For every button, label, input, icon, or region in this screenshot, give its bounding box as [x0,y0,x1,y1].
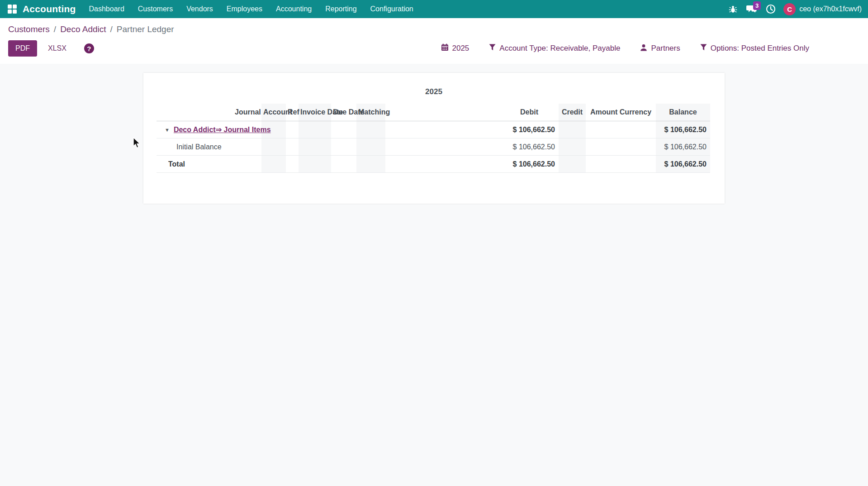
menu-configuration[interactable]: Configuration [364,0,420,18]
pdf-button[interactable]: PDF [8,40,37,57]
col-credit: Credit [559,104,586,121]
menu-accounting[interactable]: Accounting [269,0,318,18]
cell-balance: $ 106,662.50 [656,121,710,138]
export-buttons: PDF XLSX ? [8,40,94,57]
col-journal: Journal [233,104,261,121]
menu-employees[interactable]: Employees [220,0,269,18]
control-panel: Customers / Deco Addict / Partner Ledger… [0,18,868,64]
help-icon[interactable]: ? [84,43,94,53]
cell-debit: $ 106,662.50 [500,156,559,173]
cell-empty [331,138,356,156]
funnel-icon [489,44,496,53]
calendar-icon [441,43,449,53]
breadcrumb-customers[interactable]: Customers [8,24,50,34]
cell-empty [385,138,500,156]
funnel-icon [700,44,707,53]
table-row-partner-group: ▼Deco Addict⇒ Journal Items $ 106,662.50… [157,121,710,138]
cell-empty [299,138,331,156]
xlsx-button[interactable]: XLSX [41,41,73,56]
report-area: 2025 Journal Account [0,64,868,480]
filter-account-type[interactable]: Account Type: Receivable, Payable [489,44,620,53]
filter-options-label: Options: Posted Entries Only [711,44,809,53]
filter-partners[interactable]: Partners [640,44,680,53]
table-row-initial-balance: Initial Balance $ 106,662.50 $ 106,662.5… [157,138,710,156]
table-row-total: Total $ 106,662.50 $ 106,662.50 [157,156,710,173]
filter-options[interactable]: Options: Posted Entries Only [700,44,809,53]
avatar: C [783,3,796,15]
col-due-date: Due Date [331,104,356,121]
col-balance: Balance [656,104,710,121]
total-label: Total [157,156,261,173]
cell-empty [385,156,500,173]
caret-down-icon[interactable]: ▼ [165,127,170,133]
partner-group-cell: ▼Deco Addict⇒ Journal Items [157,121,261,138]
cell-empty [356,138,385,156]
report-card: 2025 Journal Account [143,73,725,204]
messages-icon[interactable]: 3 [744,1,760,17]
filter-partners-label: Partners [651,44,680,53]
cell-empty [331,121,356,138]
cell-empty [356,121,385,138]
filter-date[interactable]: 2025 [441,43,470,53]
app-name[interactable]: Accounting [23,4,76,14]
cell-empty [286,138,299,156]
main-menu: Dashboard Customers Vendors Employees Ac… [82,0,420,18]
cell-empty [356,156,385,173]
cell-debit: $ 106,662.50 [500,138,559,156]
col-account: Account [261,104,286,121]
cell-balance: $ 106,662.50 [656,156,710,173]
apps-grid-icon[interactable] [5,1,20,17]
breadcrumb: Customers / Deco Addict / Partner Ledger [8,24,860,34]
cell-credit [559,138,586,156]
user-menu[interactable]: C ceo (ex7h0x1fcwvf) [782,3,862,15]
cell-debit: $ 106,662.50 [500,121,559,138]
cell-amount-currency [586,138,656,156]
cell-empty [261,156,286,173]
top-navbar: Accounting Dashboard Customers Vendors E… [0,0,868,18]
report-period-title: 2025 [157,87,711,96]
col-debit: Debit [500,104,559,121]
messages-count-badge: 3 [753,1,761,10]
cell-empty [385,121,500,138]
user-name: ceo (ex7h0x1fcwvf) [799,5,862,13]
breadcrumb-current: Partner Ledger [117,24,174,34]
cell-balance: $ 106,662.50 [656,138,710,156]
cell-credit [559,156,586,173]
menu-reporting[interactable]: Reporting [318,0,363,18]
filter-date-label: 2025 [452,44,470,53]
cell-credit [559,121,586,138]
col-matching: Matching [356,104,385,121]
cell-empty [331,156,356,173]
cell-empty [261,138,286,156]
cell-empty [299,121,331,138]
cell-empty [299,156,331,173]
nav-right-tools: 3 C ceo (ex7h0x1fcwvf) [725,1,862,17]
menu-customers[interactable]: Customers [131,0,180,18]
cell-amount-currency [586,121,656,138]
activities-clock-icon[interactable] [763,1,779,17]
partner-group-link[interactable]: Deco Addict⇒ Journal Items [174,126,271,133]
initial-balance-label: Initial Balance [157,138,261,156]
filter-account-type-label: Account Type: Receivable, Payable [499,44,620,53]
breadcrumb-deco-addict[interactable]: Deco Addict [60,24,106,34]
breadcrumb-separator: / [54,24,56,34]
toolbar-row: PDF XLSX ? 202 [8,40,860,57]
cell-empty [286,156,299,173]
partner-ledger-table: Journal Account Ref Invoice Date Due Dat… [157,104,710,173]
cell-amount-currency [586,156,656,173]
bug-icon[interactable] [725,1,741,17]
col-spacer [385,104,500,121]
col-ref: Ref [286,104,299,121]
report-filters: 2025 Account Type: Receivable, Payable [441,43,860,53]
menu-vendors[interactable]: Vendors [180,0,220,18]
col-name [157,104,233,121]
user-icon [640,44,647,53]
col-invoice-date: Invoice Date [299,104,331,121]
col-amount-currency: Amount Currency [586,104,656,121]
menu-dashboard[interactable]: Dashboard [82,0,131,18]
breadcrumb-separator: / [110,24,113,34]
table-header-row: Journal Account Ref Invoice Date Due Dat… [157,104,710,121]
cell-empty [286,121,299,138]
